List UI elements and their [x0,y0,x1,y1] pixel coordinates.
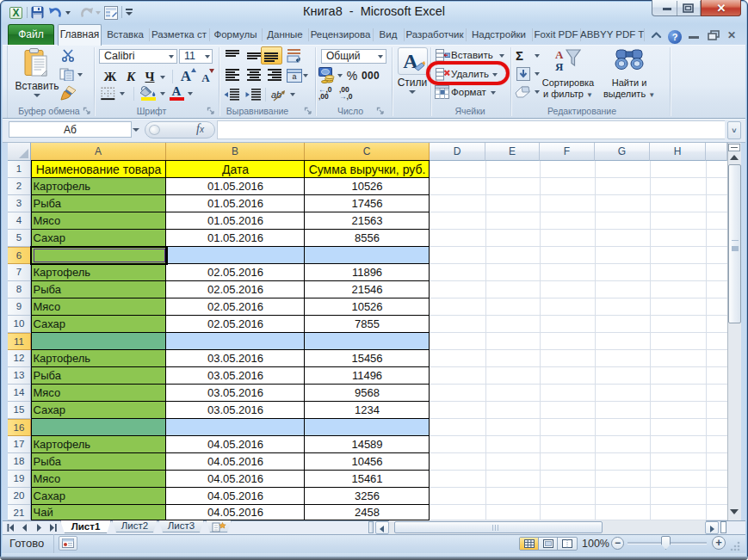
svg-text:a: a [292,72,296,81]
